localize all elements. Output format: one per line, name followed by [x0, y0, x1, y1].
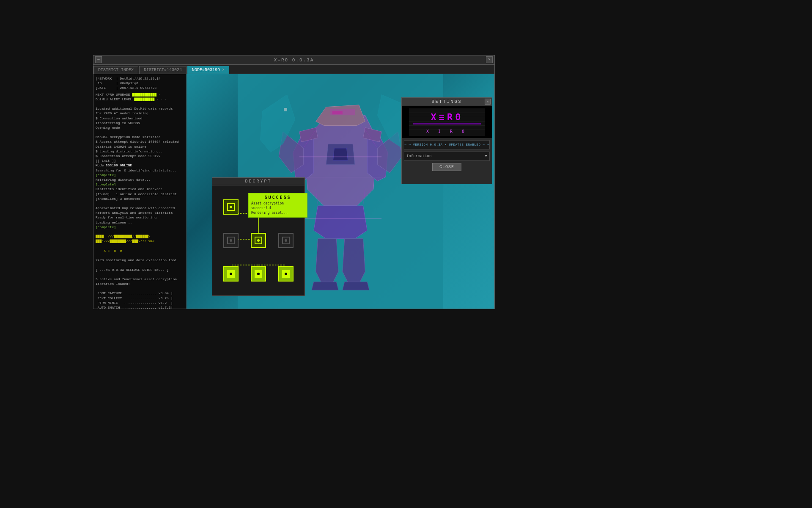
- node-0-0[interactable]: [223, 199, 239, 215]
- terminal-line: NEXT X≡R0 UPGRADE ████████████ ·: [96, 92, 184, 97]
- svg-rect-23: [299, 177, 381, 177]
- settings-dropdown-label: Information: [406, 154, 485, 158]
- settings-title-text: SETTINGS: [431, 99, 462, 104]
- terminal-line: ID | #8oOp1tq6: [96, 81, 184, 86]
- success-popup: SUCCESS Asset decryption successful Rend…: [248, 193, 307, 218]
- title-bar: — X≡R0 0.0.3A ×: [93, 55, 494, 65]
- svg-rect-35: [413, 124, 481, 125]
- settings-logo: X≡R0 X I R 0: [402, 106, 492, 138]
- decrypt-window: DECRYPT: [212, 177, 305, 296]
- terminal-line: PCKT COLLECT ............... v0.7b |: [96, 296, 184, 301]
- terminal-line: [complete]: [96, 182, 184, 187]
- terminal-line: [complete]: [96, 173, 184, 177]
- terminal-line: [found] 1 online & accessible district: [96, 192, 184, 196]
- terminal-line: [NETWORK | DotMid://19.22.10.14: [96, 76, 184, 81]
- settings-close-button-container: CLOSE: [403, 163, 491, 171]
- window-title: X≡R0 0.0.3A: [274, 58, 314, 63]
- node-2-2[interactable]: [278, 266, 294, 282]
- terminal-panel: [NETWORK | DotMid://19.22.10.14 ID | #8o…: [93, 74, 187, 309]
- terminal-line: Loading welcome...: [96, 220, 184, 225]
- decrypt-content: SUCCESS Asset decryption successful Rend…: [212, 185, 304, 295]
- terminal-line: DotMid ALERT LEVEL ██████████ · · ·: [96, 97, 184, 102]
- settings-window: SETTINGS × X≡R0 X I R 0: [401, 97, 492, 184]
- settings-title-bar: SETTINGS ×: [402, 98, 492, 106]
- terminal-line: network analysis and indexed districts: [96, 210, 184, 215]
- terminal-line: Districts identified and indexed:: [96, 187, 184, 191]
- tab-close-icon[interactable]: ×: [222, 68, 225, 72]
- terminal-line: Searching for & identifying districts...: [96, 168, 184, 173]
- terminal-line: AUTO SNATCH ................ v1.7.3|: [96, 305, 184, 309]
- settings-dropdown[interactable]: Information ▼: [404, 152, 490, 161]
- svg-rect-41: [409, 130, 485, 130]
- terminal-line: $ Access attempt district 143024 selecte…: [96, 139, 184, 144]
- map-panel: DECRYPT: [187, 74, 494, 309]
- node-1-0[interactable]: [223, 233, 239, 248]
- terminal-line: 5 active and functional asset decryption: [96, 277, 184, 282]
- settings-close-button[interactable]: CLOSE: [432, 163, 461, 171]
- chevron-down-icon: ▼: [485, 154, 487, 158]
- terminal-line: $ Connection authorised: [96, 116, 184, 121]
- svg-marker-10: [333, 148, 348, 160]
- decrypt-title-text: DECRYPT: [245, 179, 272, 184]
- terminal-line: located additional DotMid data records: [96, 106, 184, 111]
- map-marker: [284, 108, 287, 111]
- terminal-line: Transferring to 503199: [96, 121, 184, 125]
- terminal-line: Approximated map reloaded with enhanced: [96, 206, 184, 210]
- minimize-button[interactable]: —: [95, 56, 102, 63]
- terminal-line: ████ ///█████████//██████\: [96, 234, 184, 239]
- terminal-line: Node 503199 ONLINE: [96, 163, 184, 168]
- svg-marker-11: [314, 206, 367, 239]
- terminal-line: District 143024 is online: [96, 144, 184, 149]
- svg-rect-24: [299, 218, 381, 219]
- settings-version-text: ← → VERSION 0.0.3A • UPDATES ENABLED ← →: [404, 143, 489, 146]
- tab-district-index[interactable]: DISTRICT INDEX: [93, 66, 138, 74]
- tab-node-503199[interactable]: NODE#503199 ×: [187, 66, 229, 74]
- decrypt-title-bar: DECRYPT: [212, 178, 304, 185]
- svg-marker-12: [316, 239, 338, 284]
- svg-rect-38: [409, 117, 485, 117]
- content-area: [NETWORK | DotMid://19.22.10.14 ID | #8o…: [93, 74, 494, 309]
- node-2-1[interactable]: [251, 266, 266, 282]
- node-1-2[interactable]: [278, 233, 294, 248]
- terminal-line: FONT CAPTURE ............... v0.04 |: [96, 291, 184, 295]
- window-close-button[interactable]: ×: [486, 56, 493, 63]
- success-title: SUCCESS: [251, 195, 304, 200]
- svg-rect-4: [332, 111, 343, 114]
- tab-district-143024[interactable]: DISTRICT#143024: [139, 66, 187, 74]
- svg-marker-15: [343, 282, 369, 290]
- terminal-line: for X≡R0 AI model training: [96, 111, 184, 116]
- terminal-line: [ ---=$ 0.0.3A RELEASE NOTES $=--- ]: [96, 268, 184, 272]
- svg-rect-40: [409, 125, 485, 126]
- terminal-line: $ Connection attempt node 503199: [96, 154, 184, 158]
- success-text-line2: Rendering asset...: [251, 210, 304, 215]
- tabs-bar: DISTRICT INDEX DISTRICT#143024 NODE#5031…: [93, 65, 494, 74]
- terminal-line: libraries loaded:: [96, 282, 184, 286]
- node-1-1[interactable]: [251, 233, 266, 248]
- terminal-line: Manual decryption mode initiated: [96, 135, 184, 139]
- terminal-line: X ≡ R 0: [96, 248, 184, 253]
- terminal-line: [complete]: [96, 225, 184, 229]
- terminal-line: PTRN MIMIC ................ v1.2 |: [96, 301, 184, 305]
- terminal-line: [anomalies] 3 detected: [96, 196, 184, 201]
- main-window: — X≡R0 0.0.3A × DISTRICT INDEX DISTRICT#…: [93, 55, 495, 309]
- svg-rect-39: [409, 121, 485, 121]
- svg-marker-13: [343, 239, 365, 284]
- node-2-0[interactable]: [223, 266, 239, 282]
- taskbar-area: [0, 483, 812, 508]
- terminal-line: ███\///████████///███\/// %%/: [96, 239, 184, 243]
- settings-logo-svg: X≡R0 X I R 0: [409, 108, 485, 136]
- terminal-line: X≡R0 monitoring and data extraction tool: [96, 258, 184, 262]
- svg-rect-22: [299, 156, 381, 157]
- svg-rect-37: [409, 113, 485, 113]
- terminal-line: [[ init ]]: [96, 158, 184, 163]
- terminal-line: [DATE | 2097-12-1 09:44:23: [96, 86, 184, 90]
- svg-rect-34: [413, 123, 481, 124]
- settings-version-bar: ← → VERSION 0.0.3A • UPDATES ENABLED ← →: [404, 140, 490, 149]
- terminal-line: Retrieving district data...: [96, 177, 184, 182]
- terminal-line: $ Loading district information...: [96, 149, 184, 154]
- terminal-line: Opening node: [96, 125, 184, 130]
- success-text-line1: Asset decryption successful: [251, 201, 304, 210]
- svg-marker-14: [312, 282, 338, 290]
- terminal-line: Ready for real-time monitoring: [96, 215, 184, 220]
- settings-close-icon[interactable]: ×: [485, 99, 491, 105]
